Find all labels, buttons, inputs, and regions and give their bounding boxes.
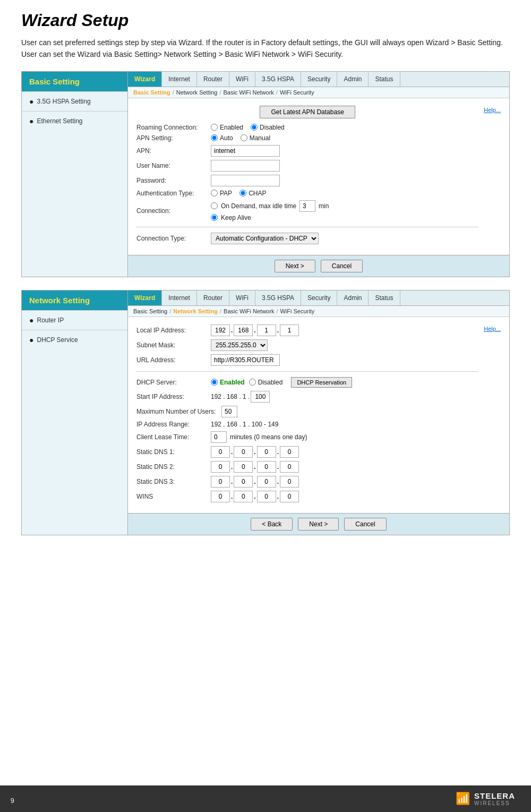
- wins-4[interactable]: [280, 491, 299, 502]
- dns1-2[interactable]: [234, 446, 253, 458]
- conn-idle-time-input[interactable]: [299, 200, 315, 212]
- connection-type-select[interactable]: Automatic Configuration - DHCP: [211, 233, 319, 244]
- conn-keep-alive-radio[interactable]: [211, 214, 218, 221]
- password-input[interactable]: [211, 175, 280, 186]
- roaming-disabled-option[interactable]: Disabled: [251, 124, 285, 131]
- nav-admin-2[interactable]: Admin: [337, 290, 369, 305]
- nav-security-2[interactable]: Security: [301, 290, 337, 305]
- breadcrumb-wifi-2[interactable]: Basic WiFi Network: [224, 308, 274, 314]
- breadcrumb-wifi-security-1[interactable]: WiFi Security: [280, 89, 314, 96]
- dhcp-reservation-button[interactable]: DHCP Reservation: [291, 377, 352, 388]
- local-ip-4[interactable]: [280, 324, 299, 336]
- breadcrumb-wifisec-2[interactable]: WiFi Security: [280, 308, 314, 314]
- sidebar-label-3g-hspa: 3.5G HSPA Setting: [37, 98, 90, 105]
- breadcrumb-wifi-network-1[interactable]: Basic WiFi Network: [223, 89, 273, 96]
- nav-router-2[interactable]: Router: [197, 290, 229, 305]
- url-input[interactable]: [211, 354, 280, 366]
- back-button-2[interactable]: < Back: [251, 518, 293, 531]
- username-input[interactable]: [211, 160, 280, 172]
- roaming-disabled-radio[interactable]: [251, 124, 258, 131]
- dhcp-enabled-radio[interactable]: [211, 379, 218, 386]
- auth-pap-radio[interactable]: [211, 190, 218, 196]
- auth-pap-option[interactable]: PAP: [211, 190, 232, 197]
- nav-status-2[interactable]: Status: [369, 290, 400, 305]
- local-ip-group: . . .: [211, 324, 299, 336]
- sidebar-item-router-ip[interactable]: ● Router IP: [22, 310, 127, 330]
- dns1-1[interactable]: [211, 446, 230, 458]
- nav-security-1[interactable]: Security: [301, 72, 337, 87]
- nav-3g-1[interactable]: 3.5G HSPA: [255, 72, 301, 87]
- dns2-2[interactable]: [234, 461, 253, 473]
- sidebar-item-dhcp[interactable]: ● DHCP Service: [22, 330, 127, 349]
- max-users-input[interactable]: [221, 406, 237, 417]
- breadcrumb-network-setting-1[interactable]: Network Setting: [176, 89, 218, 96]
- dns3-4[interactable]: [280, 476, 299, 488]
- dns2-label: Static DNS 2:: [136, 463, 211, 471]
- nav-router-1[interactable]: Router: [197, 72, 229, 87]
- conn-on-demand-radio[interactable]: [211, 202, 218, 209]
- auth-chap-radio[interactable]: [239, 190, 246, 196]
- roaming-disabled-label: Disabled: [260, 124, 285, 131]
- sidebar-item-ethernet[interactable]: ● Ethernet Setting: [22, 111, 127, 131]
- apn-auto-option[interactable]: Auto: [211, 134, 233, 142]
- dns3-2[interactable]: [234, 476, 253, 488]
- apn-manual-option[interactable]: Manual: [241, 134, 270, 142]
- cancel-button-2[interactable]: Cancel: [344, 518, 386, 531]
- dhcp-enabled-option[interactable]: Enabled: [211, 379, 245, 386]
- nav-wizard-1[interactable]: Wizard: [128, 72, 162, 87]
- dhcp-disabled-option[interactable]: Disabled: [249, 379, 283, 386]
- lease-time-suffix: minutes (0 means one day): [230, 433, 307, 441]
- lease-time-input[interactable]: [211, 431, 227, 443]
- next-button-1[interactable]: Next >: [275, 260, 315, 272]
- nav-3g-2[interactable]: 3.5G HSPA: [255, 290, 301, 305]
- dns3-3[interactable]: [257, 476, 276, 488]
- dns1-3[interactable]: [257, 446, 276, 458]
- sidebar-item-3g-hspa[interactable]: ● 3.5G HSPA Setting: [22, 91, 127, 111]
- nav-wifi-1[interactable]: WiFi: [229, 72, 255, 87]
- breadcrumb-basic-setting-1[interactable]: Basic Setting: [133, 89, 170, 96]
- next-button-2[interactable]: Next >: [298, 518, 339, 531]
- username-label: User Name:: [136, 162, 211, 169]
- dns2-3[interactable]: [257, 461, 276, 473]
- help-link-2[interactable]: Help...: [484, 326, 501, 332]
- apn-auto-radio[interactable]: [211, 134, 218, 141]
- wins-2[interactable]: [234, 491, 253, 502]
- roaming-enabled-option[interactable]: Enabled: [211, 124, 243, 131]
- nav-bar-1: Wizard Internet Router WiFi 3.5G HSPA Se…: [128, 72, 509, 87]
- help-link-1[interactable]: Help...: [484, 107, 501, 113]
- dns2-4[interactable]: [280, 461, 299, 473]
- nav-admin-1[interactable]: Admin: [337, 72, 369, 87]
- dns1-4[interactable]: [280, 446, 299, 458]
- apn-input[interactable]: [211, 145, 280, 157]
- apn-manual-radio[interactable]: [241, 134, 247, 141]
- dhcp-disabled-radio[interactable]: [249, 379, 256, 386]
- wins-1[interactable]: [211, 491, 230, 502]
- nav-internet-2[interactable]: Internet: [162, 290, 197, 305]
- conn-min-label: min: [319, 202, 329, 210]
- logo-group: STELERA WIRELESS: [474, 791, 515, 806]
- breadcrumb-basic-2[interactable]: Basic Setting: [133, 308, 167, 314]
- auth-chap-option[interactable]: CHAP: [239, 190, 266, 197]
- wins-row: WINS . . .: [136, 491, 478, 502]
- subnet-mask-select[interactable]: 255.255.255.0: [211, 339, 268, 351]
- wins-3[interactable]: [257, 491, 276, 502]
- breadcrumb-network-2[interactable]: Network Setting: [173, 308, 218, 314]
- nav-status-1[interactable]: Status: [369, 72, 400, 87]
- nav-wifi-2[interactable]: WiFi: [229, 290, 255, 305]
- dns3-1[interactable]: [211, 476, 230, 488]
- start-ip-last[interactable]: [251, 391, 270, 403]
- nav-wizard-2[interactable]: Wizard: [128, 290, 162, 305]
- panel-network-setting: Network Setting ● Router IP ● DHCP Servi…: [21, 290, 510, 535]
- dns3-group: . . .: [211, 476, 299, 488]
- page-number: 9: [11, 797, 14, 805]
- local-ip-1[interactable]: [211, 324, 230, 336]
- apn-auto-label: Auto: [220, 134, 233, 142]
- nav-internet-1[interactable]: Internet: [162, 72, 197, 87]
- get-apn-button[interactable]: Get Latest APN Database: [260, 106, 355, 118]
- dhcp-server-row: DHCP Server: Enabled Disabled: [136, 377, 478, 388]
- local-ip-3[interactable]: [257, 324, 276, 336]
- local-ip-2[interactable]: [234, 324, 253, 336]
- dns2-1[interactable]: [211, 461, 230, 473]
- cancel-button-1[interactable]: Cancel: [321, 260, 363, 272]
- roaming-enabled-radio[interactable]: [211, 124, 218, 131]
